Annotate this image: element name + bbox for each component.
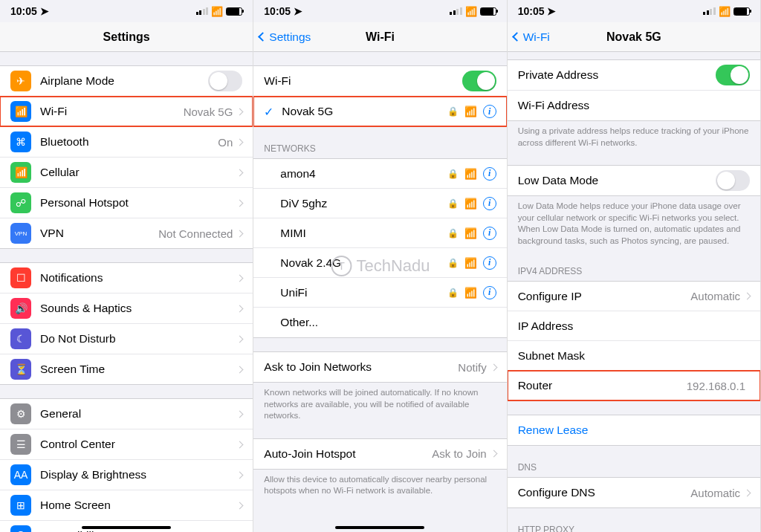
notifications-icon: ☐: [10, 267, 31, 288]
settings-row-control-center[interactable]: ☰Control Center: [0, 429, 253, 460]
row-label: Wi-Fi: [40, 105, 184, 118]
wifi-strength-icon: 📶: [464, 287, 477, 299]
accessibility-icon: ⦿: [10, 525, 31, 532]
network-name: MIMI: [280, 227, 447, 240]
ip-address-row: IP Address: [508, 311, 760, 341]
private-address-row[interactable]: Private Address: [508, 60, 760, 91]
dns-header: DNS: [508, 459, 760, 477]
ask-label: Ask to Join Networks: [264, 360, 458, 374]
wifi-status-icon: 📶: [211, 6, 223, 17]
settings-row-sounds-haptics[interactable]: 🔊Sounds & Haptics: [0, 293, 253, 324]
router-value: 192.168.0.1: [687, 380, 745, 392]
settings-row-display-brightness[interactable]: AADisplay & Brightness: [0, 460, 253, 490]
wifi-address-row: Wi-Fi Address: [508, 91, 760, 120]
low-data-label: Low Data Mode: [518, 174, 716, 187]
status-bar: 10:05➤ 📶: [253, 0, 506, 22]
connected-network-row[interactable]: ✓ Novak 5G 🔒 📶 i: [253, 97, 506, 126]
back-button[interactable]: Wi-Fi: [514, 30, 550, 44]
info-icon[interactable]: i: [483, 167, 496, 181]
row-label: Notifications: [40, 271, 237, 285]
row-label: Airplane Mode: [40, 74, 208, 88]
battery-icon: [226, 7, 242, 16]
auto-footer: Allow this device to automatically disco…: [253, 470, 506, 500]
network-row[interactable]: MIMI🔒📶i: [253, 218, 506, 248]
network-row[interactable]: Novak 2.4G🔒📶i: [253, 248, 506, 278]
settings-row-screen-time[interactable]: ⏳Screen Time: [0, 354, 253, 384]
settings-row-airplane-mode[interactable]: ✈︎Airplane Mode: [0, 66, 253, 97]
nav-header: Settings Wi-Fi: [253, 22, 506, 52]
low-data-footer: Low Data Mode helps reduce your iPhone d…: [508, 196, 760, 250]
hotspot-icon: ☍: [10, 192, 31, 213]
status-bar: 10:05 ➤ 📶: [0, 0, 253, 22]
configure-ip-row[interactable]: Configure IP Automatic: [508, 282, 760, 311]
subnet-label: Subnet Mask: [518, 349, 750, 363]
settings-row-general[interactable]: ⚙︎General: [0, 399, 253, 429]
configure-ip-value: Automatic: [690, 290, 740, 302]
settings-row-personal-hotspot[interactable]: ☍Personal Hotspot: [0, 188, 253, 218]
network-row[interactable]: DiV 5ghz🔒📶i: [253, 189, 506, 218]
location-icon: ➤: [294, 5, 302, 17]
chevron-right-icon: [236, 366, 244, 373]
ask-value: Notify: [458, 361, 486, 374]
private-address-toggle[interactable]: [716, 65, 750, 85]
renew-lease-row[interactable]: Renew Lease: [508, 415, 760, 445]
private-address-label: Private Address: [518, 68, 716, 82]
wifi-address-label: Wi-Fi Address: [518, 99, 750, 112]
chevron-right-icon: [236, 230, 244, 237]
vpn-icon: VPN: [10, 223, 31, 244]
row-label: Screen Time: [40, 363, 237, 376]
lock-icon: 🔒: [447, 228, 459, 239]
battery-icon: [480, 7, 496, 16]
location-icon: ➤: [40, 5, 49, 17]
connected-network-name: Novak 5G: [282, 105, 447, 118]
wifi-toggle-row[interactable]: Wi-Fi: [253, 66, 506, 97]
row-label: General: [40, 407, 237, 421]
settings-row-wi-fi[interactable]: 📶Wi-FiNovak 5G: [0, 97, 253, 127]
network-name: Novak 2.4G: [280, 256, 447, 270]
settings-row-notifications[interactable]: ☐Notifications: [0, 263, 253, 293]
info-icon[interactable]: i: [483, 197, 496, 210]
network-row[interactable]: UniFi🔒📶i: [253, 278, 506, 308]
row-label: Display & Brightness: [40, 468, 237, 481]
info-icon[interactable]: i: [483, 286, 496, 299]
settings-row-home-screen[interactable]: ⊞Home Screen: [0, 490, 253, 521]
row-label: Do Not Disturb: [40, 332, 237, 346]
toggle[interactable]: [208, 71, 242, 91]
chevron-right-icon: [744, 489, 751, 496]
chevron-right-icon: [744, 293, 751, 300]
ip-address-label: IP Address: [518, 319, 750, 333]
chevron-right-icon: [236, 502, 244, 509]
cellular-signal-icon: [450, 7, 462, 15]
home-indicator[interactable]: [82, 526, 171, 529]
settings-row-do-not-disturb[interactable]: ☾Do Not Disturb: [0, 324, 253, 354]
other-network-row[interactable]: Other...: [253, 308, 506, 337]
configure-dns-row[interactable]: Configure DNS Automatic: [508, 478, 760, 507]
wifi-toggle[interactable]: [462, 71, 496, 91]
back-button[interactable]: Settings: [259, 30, 311, 44]
sounds-icon: 🔊: [10, 298, 31, 319]
lock-icon: 🔒: [447, 288, 459, 298]
status-time: 10:05: [518, 5, 545, 17]
info-icon[interactable]: i: [483, 105, 496, 118]
info-icon[interactable]: i: [483, 227, 496, 240]
chevron-right-icon: [236, 108, 244, 115]
wifi-toggle-label: Wi-Fi: [264, 74, 462, 88]
control-center-icon: ☰: [10, 434, 31, 455]
low-data-toggle[interactable]: [716, 170, 750, 191]
info-icon[interactable]: i: [483, 256, 496, 270]
home-indicator[interactable]: [335, 526, 424, 529]
low-data-row[interactable]: Low Data Mode: [508, 166, 760, 195]
chevron-right-icon: [490, 450, 497, 458]
chevron-right-icon: [236, 335, 244, 343]
settings-row-vpn[interactable]: VPNVPNNot Connected: [0, 218, 253, 248]
settings-row-bluetooth[interactable]: ⌘BluetoothOn: [0, 127, 253, 158]
chevron-right-icon: [236, 305, 244, 312]
network-row[interactable]: amon4🔒📶i: [253, 159, 506, 189]
wifi-status-icon: 📶: [719, 6, 731, 17]
wifi-strength-icon: 📶: [464, 257, 477, 269]
auto-join-row[interactable]: Auto-Join Hotspot Ask to Join: [253, 439, 506, 469]
ask-to-join-row[interactable]: Ask to Join Networks Notify: [253, 352, 506, 382]
settings-panel: 10:05 ➤ 📶 Settings ✈︎Airplane Mode📶Wi-Fi…: [0, 0, 253, 532]
settings-row-cellular[interactable]: 📶Cellular: [0, 158, 253, 188]
status-bar: 10:05➤ 📶: [508, 0, 760, 22]
